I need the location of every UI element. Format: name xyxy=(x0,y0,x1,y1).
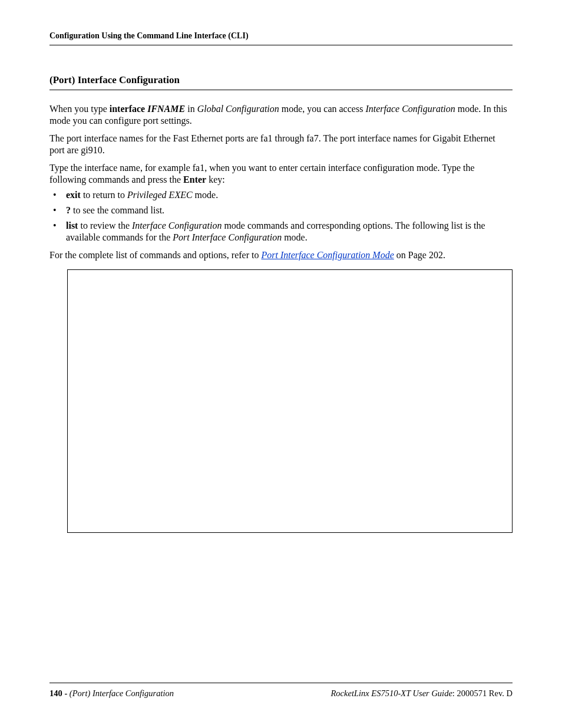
footer-left: 140 - (Port) Interface Configuration xyxy=(49,688,174,699)
footer-row: 140 - (Port) Interface Configuration Roc… xyxy=(49,688,513,699)
section-rule xyxy=(49,90,513,90)
page-footer: 140 - (Port) Interface Configuration Roc… xyxy=(49,683,513,699)
footer-rev: : 2000571 Rev. D xyxy=(452,689,513,698)
figure-placeholder xyxy=(67,269,513,533)
running-header: Configuration Using the Command Line Int… xyxy=(49,31,513,45)
bullet-list: exit to return to Privileged EXEC mode. … xyxy=(49,189,513,243)
list-item: list to review the Interface Configurati… xyxy=(49,220,513,243)
text-bold: interface xyxy=(110,104,145,114)
text: For the complete list of commands and op… xyxy=(49,250,261,260)
text: mode. xyxy=(282,232,308,242)
text: mode, you can access xyxy=(279,104,366,114)
text-italic: Port Interface Configuration xyxy=(173,232,282,242)
text: Type the interface name, for example fa1… xyxy=(49,163,475,185)
text-italic: Interface Configuration xyxy=(132,220,222,230)
xref-link[interactable]: Port Interface Configuration Mode xyxy=(261,250,394,260)
text: mode. xyxy=(193,190,219,200)
section-title: (Port) Interface Configuration xyxy=(49,74,513,86)
text-italic: Privileged EXEC xyxy=(127,190,193,200)
header-rule xyxy=(49,45,513,45)
list-item: ? to see the command list. xyxy=(49,205,513,216)
paragraph-4: For the complete list of commands and op… xyxy=(49,249,513,261)
footer-section: (Port) Interface Configuration xyxy=(70,689,174,698)
page: Configuration Using the Command Line Int… xyxy=(0,0,562,728)
text: to return to xyxy=(81,190,127,200)
text: When you type xyxy=(49,104,110,114)
text: to review the xyxy=(78,220,132,230)
footer-right: RocketLinx ES7510-XT User Guide: 2000571… xyxy=(331,688,513,699)
text: to see the command list. xyxy=(71,205,164,215)
page-number: 140 - xyxy=(49,689,70,698)
paragraph-3: Type the interface name, for example fa1… xyxy=(49,162,513,186)
paragraph-2: The port interface names for the Fast Et… xyxy=(49,133,513,156)
text-bold-italic: IFNAME xyxy=(145,104,185,114)
list-item: exit to return to Privileged EXEC mode. xyxy=(49,189,513,201)
text: on Page 202. xyxy=(394,250,445,260)
text-italic: Global Configuration xyxy=(197,104,279,114)
text-bold: ? xyxy=(66,205,71,215)
text-italic: Interface Configuration xyxy=(365,104,455,114)
text: key: xyxy=(206,174,225,185)
text-bold: exit xyxy=(66,190,81,200)
text-bold: list xyxy=(66,220,78,230)
footer-rule xyxy=(49,683,513,683)
footer-product: RocketLinx ES7510-XT User Guide xyxy=(331,689,452,698)
text-bold: Enter xyxy=(183,174,206,185)
paragraph-1: When you type interface IFNAME in Global… xyxy=(49,103,513,127)
text: in xyxy=(185,104,197,114)
